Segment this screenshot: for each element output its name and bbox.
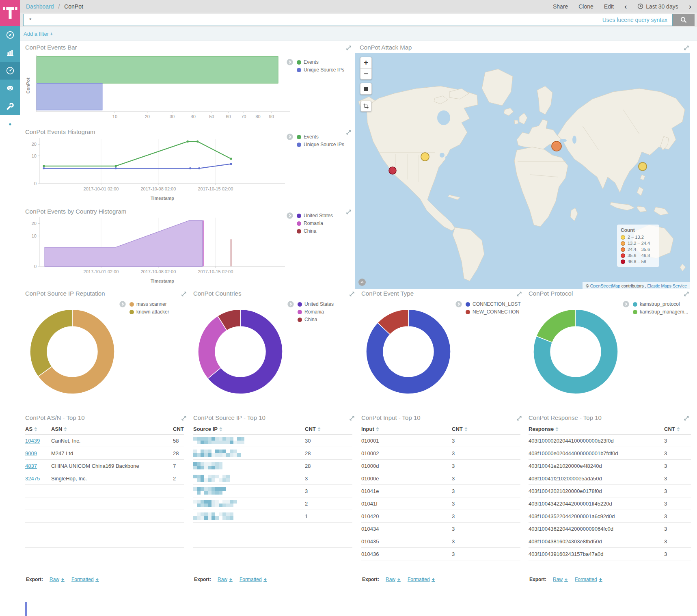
map-marker-east-china[interactable] (639, 162, 647, 171)
expand-panel-icon[interactable] (349, 415, 355, 421)
as-number-link[interactable]: 4837 (25, 463, 37, 469)
map-crop-button[interactable] (360, 101, 371, 112)
sort-icon[interactable] (677, 427, 680, 432)
sort-icon[interactable] (555, 427, 559, 432)
expand-panel-icon[interactable] (684, 291, 689, 297)
map-marker-california[interactable] (389, 167, 396, 174)
expand-panel-icon[interactable] (181, 291, 187, 297)
legend-item[interactable]: mass scanner (129, 301, 169, 307)
export-raw-link[interactable]: Raw (50, 577, 65, 582)
legend-item[interactable]: NEW_CONNECTION (466, 309, 521, 315)
column-header[interactable]: ASN (51, 426, 173, 432)
legend-toggle-icon[interactable] (455, 301, 462, 307)
donut-slice-kamstrup-managem-[interactable] (536, 309, 576, 342)
legend-toggle-icon[interactable] (287, 134, 293, 140)
expand-panel-icon[interactable] (684, 415, 689, 421)
column-header[interactable]: Response (529, 426, 664, 432)
attack-map[interactable]: + − Count 2 – 13.213.2 – 24.424.4 – 35.6… (355, 53, 690, 289)
breadcrumb-dashboard-link[interactable]: Dashboard (26, 3, 54, 10)
expand-panel-icon[interactable] (346, 130, 352, 135)
search-button[interactable] (673, 14, 695, 26)
export-raw-link[interactable]: Raw (553, 577, 568, 582)
sort-icon[interactable] (464, 427, 468, 432)
export-formatted-link[interactable]: Formatted (408, 577, 436, 582)
legend-item[interactable]: known attacker (129, 309, 169, 315)
legend-toggle-icon[interactable] (623, 301, 629, 307)
map-marker-central-us[interactable] (421, 153, 429, 161)
donut-slice-known-attacker[interactable] (30, 309, 72, 376)
export-formatted-link[interactable]: Formatted (71, 577, 99, 582)
sidebar-item-timelion[interactable] (0, 80, 20, 97)
as-number-link[interactable]: 10439 (25, 438, 40, 444)
legend-item[interactable]: Romania (298, 309, 334, 315)
legend-item[interactable]: Romania (297, 220, 333, 226)
column-header[interactable]: CNT (452, 426, 520, 432)
expand-panel-icon[interactable] (516, 291, 522, 297)
column-header[interactable]: CNT (664, 426, 691, 432)
add-filter-button[interactable]: Add a filter+ (24, 31, 53, 37)
export-formatted-link[interactable]: Formatted (575, 577, 603, 582)
export-formatted-link[interactable]: Formatted (240, 577, 268, 582)
zoom-in-button[interactable]: + (360, 57, 371, 69)
attribution-collapse-button[interactable] (358, 279, 366, 286)
share-button[interactable]: Share (553, 3, 568, 10)
expand-panel-icon[interactable] (684, 45, 689, 51)
legend-item[interactable]: United States (297, 213, 333, 218)
sidebar-item-dashboard[interactable] (0, 62, 20, 80)
legend-item[interactable]: Events (297, 59, 344, 65)
as-number-link[interactable]: 9009 (25, 450, 37, 456)
lucene-syntax-link[interactable]: Uses lucene query syntax (602, 17, 667, 23)
legend-color-dot (466, 310, 470, 314)
t-mobile-logo[interactable] (0, 0, 20, 26)
column-header[interactable]: CNT (305, 426, 352, 432)
panel-title-event-type: ConPot Event Type (361, 290, 414, 297)
sidebar-item-visualize[interactable] (0, 44, 20, 62)
legend-item[interactable]: Events (297, 134, 344, 140)
elastic-maps-link[interactable]: Elastic Maps Service (647, 283, 687, 288)
legend-toggle-icon[interactable] (287, 212, 293, 219)
expand-panel-icon[interactable] (516, 415, 522, 421)
edit-button[interactable]: Edit (604, 3, 614, 10)
legend-toggle-icon[interactable] (287, 301, 294, 307)
sort-icon[interactable] (34, 427, 37, 432)
legend-color-dot (298, 302, 302, 307)
column-header[interactable]: CNT (173, 426, 184, 432)
legend-item[interactable]: Unique Source IPs (297, 67, 344, 73)
expand-panel-icon[interactable] (349, 291, 355, 297)
time-back-chevron-icon[interactable]: ‹ (624, 2, 627, 10)
expand-panel-icon[interactable] (346, 209, 352, 215)
legend-item[interactable]: Unique Source IPs (297, 142, 344, 147)
export-raw-link[interactable]: Raw (218, 577, 233, 582)
legend-item[interactable]: United States (298, 301, 334, 307)
sort-icon[interactable] (219, 427, 222, 432)
sidebar-item-management[interactable] (0, 115, 20, 133)
search-input[interactable] (28, 16, 602, 24)
legend-item[interactable]: kamstrup_managem... (633, 309, 688, 315)
map-marker-romania[interactable] (552, 141, 561, 151)
legend-toggle-icon[interactable] (119, 301, 126, 307)
column-header[interactable]: AS (25, 426, 51, 432)
sidebar-item-dev-tools[interactable] (0, 97, 20, 115)
time-forward-chevron-icon[interactable]: › (689, 2, 691, 10)
map-fit-button[interactable] (360, 83, 372, 95)
time-range-picker[interactable]: Last 30 days (637, 3, 678, 10)
legend-item[interactable]: CONNECTION_LOST (466, 301, 521, 307)
zoom-out-button[interactable]: − (360, 69, 371, 80)
as-number-link[interactable]: 32475 (25, 476, 40, 482)
legend-item[interactable]: China (298, 317, 334, 322)
export-raw-link[interactable]: Raw (386, 577, 401, 582)
expand-panel-icon[interactable] (346, 45, 352, 51)
sort-icon[interactable] (64, 427, 67, 432)
column-header[interactable]: Input (361, 426, 452, 432)
redacted-ip-pixelation (193, 500, 237, 507)
sidebar-item-discover[interactable] (0, 26, 20, 44)
sort-icon[interactable] (317, 427, 321, 432)
sort-icon[interactable] (376, 427, 379, 432)
clone-button[interactable]: Clone (578, 3, 593, 10)
expand-panel-icon[interactable] (181, 415, 187, 421)
openstreetmap-link[interactable]: OpenStreetMap (590, 283, 620, 288)
legend-item[interactable]: China (297, 228, 333, 234)
legend-toggle-icon[interactable] (287, 59, 293, 65)
column-header[interactable]: Source IP (193, 426, 305, 432)
legend-item[interactable]: kamstrup_protocol (633, 301, 688, 307)
